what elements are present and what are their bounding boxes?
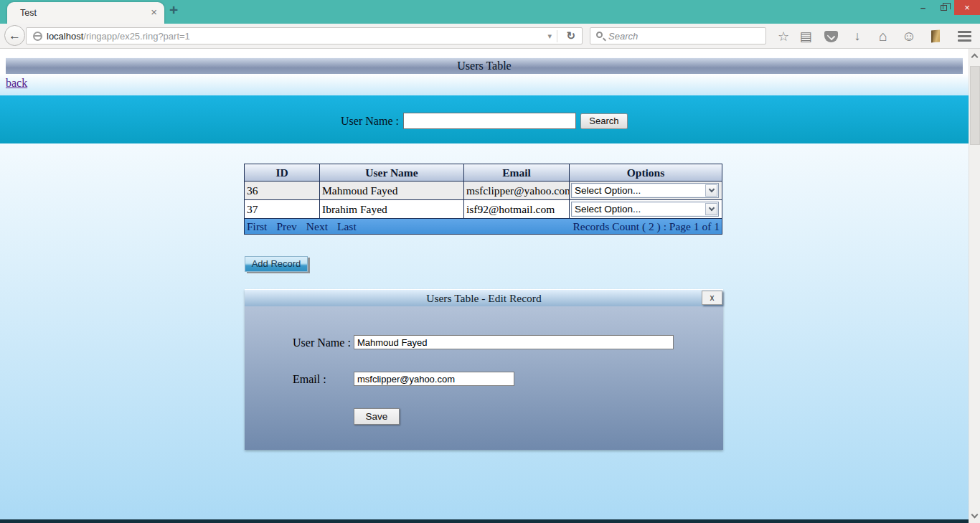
restore-button[interactable]	[933, 0, 954, 15]
cell-email: msfclipper@yahoo.com	[464, 182, 570, 200]
dialog-email-label: Email :	[293, 373, 326, 386]
hello-chat-icon[interactable]: ☺	[901, 24, 917, 49]
pagination-prev[interactable]: Prev	[276, 220, 296, 233]
page-title-bar: Users Table	[6, 57, 963, 74]
minimize-button[interactable]: –	[913, 0, 933, 15]
back-button[interactable]: ←	[4, 25, 25, 46]
column-header-options: Options	[570, 164, 722, 182]
users-table: ID User Name Email Options 36 Mahmoud Fa…	[244, 164, 722, 235]
browser-search-box[interactable]	[590, 27, 766, 44]
new-tab-button[interactable]: +	[169, 1, 178, 19]
dialog-email-input[interactable]	[354, 372, 514, 386]
tab-close-icon[interactable]: ×	[151, 6, 157, 18]
select-arrow-button[interactable]	[705, 184, 717, 197]
browser-tab-bar: Test × + – ×	[0, 0, 980, 24]
dialog-close-button[interactable]: x	[702, 291, 722, 305]
cell-user-name: Mahmoud Fayed	[320, 182, 464, 200]
dialog-user-name-input[interactable]	[354, 335, 674, 349]
edit-record-dialog: Users Table - Edit Record x User Name : …	[245, 289, 723, 450]
column-header-email: Email	[464, 164, 570, 182]
add-record-button[interactable]: Add Record	[245, 256, 308, 272]
browser-tab[interactable]: Test ×	[7, 2, 164, 24]
home-icon[interactable]: ⌂	[875, 24, 891, 49]
page-title: Users Table	[457, 60, 511, 72]
scroll-down-icon[interactable]	[971, 512, 979, 519]
cell-user-name: Ibrahim Fayed	[320, 200, 464, 219]
chevron-down-icon	[708, 205, 714, 211]
site-globe-icon	[33, 32, 42, 41]
bookmarks-list-icon[interactable]: ▤	[798, 24, 814, 49]
users-table-header: ID User Name Email Options	[245, 164, 722, 182]
back-arrow-icon: ←	[9, 29, 21, 43]
back-link-row: back	[0, 74, 969, 95]
dialog-title: Users Table - Edit Record	[426, 292, 541, 304]
downloads-icon[interactable]: ↓	[849, 24, 865, 49]
url-bar-divider	[557, 30, 557, 42]
search-button[interactable]: Search	[580, 113, 628, 129]
pocket-icon[interactable]	[823, 24, 839, 49]
vertical-scrollbar[interactable]	[969, 49, 980, 523]
options-select[interactable]: Select Option...	[571, 183, 719, 198]
close-icon: ×	[964, 2, 970, 13]
search-form-band: User Name : Search	[0, 95, 969, 143]
browser-toolbar: ← localhost/ringapp/ex25.ring?part=1 ▾ ↻…	[0, 24, 980, 49]
reload-icon[interactable]: ↻	[566, 29, 575, 42]
pagination-links: First Prev Next Last	[247, 220, 357, 233]
user-search-form: User Name : Search	[0, 113, 969, 129]
web-page: Users Table back User Name : Search ID U…	[0, 49, 969, 523]
pagination-last[interactable]: Last	[337, 220, 357, 233]
tab-title: Test	[20, 8, 37, 18]
url-host: localhost	[47, 31, 83, 42]
back-link[interactable]: back	[6, 77, 27, 90]
sidebar-book-icon[interactable]	[928, 24, 943, 49]
table-pagination-bar: First Prev Next Last Records Count ( 2 )…	[245, 219, 722, 234]
dialog-body: User Name : Email : Save	[245, 306, 723, 450]
chevron-down-icon	[708, 187, 714, 192]
select-arrow-button[interactable]	[705, 203, 717, 215]
search-icon	[596, 32, 603, 38]
dialog-title-bar: Users Table - Edit Record	[245, 289, 723, 306]
window-controls: – ×	[913, 0, 980, 15]
cell-id: 36	[245, 182, 320, 200]
page-footer-strip	[0, 519, 969, 523]
table-row: 36 Mahmoud Fayed msfclipper@yahoo.com Se…	[245, 182, 722, 200]
column-header-id: ID	[245, 164, 320, 182]
url-path: /ringapp/ex25.ring?part=1	[83, 31, 190, 42]
browser-search-input[interactable]	[608, 29, 759, 43]
records-count-summary: Records Count ( 2 ) : Page 1 of 1	[573, 220, 720, 233]
table-row: 37 Ibrahim Fayed isf92@hotmail.com Selec…	[245, 200, 722, 219]
cell-options: Select Option...	[570, 200, 722, 219]
cell-email: isf92@hotmail.com	[464, 200, 570, 219]
menu-hamburger-icon[interactable]	[956, 24, 972, 49]
options-select-value: Select Option...	[572, 184, 705, 197]
pagination-next[interactable]: Next	[306, 220, 328, 233]
options-select-value: Select Option...	[572, 202, 705, 216]
cell-id: 37	[245, 200, 320, 219]
user-name-search-input[interactable]	[403, 113, 576, 129]
save-button[interactable]: Save	[354, 408, 400, 425]
options-select[interactable]: Select Option...	[571, 202, 719, 217]
bookmark-star-icon[interactable]: ☆	[776, 24, 791, 49]
scroll-up-icon[interactable]	[971, 54, 979, 61]
minimize-icon: –	[920, 2, 925, 13]
browser-window: Test × + – × ← localhost/ringapp/ex25.ri…	[0, 0, 980, 523]
dialog-user-name-label: User Name :	[293, 336, 351, 349]
pagination-first[interactable]: First	[247, 220, 267, 233]
close-window-button[interactable]: ×	[954, 0, 980, 15]
url-bar[interactable]: localhost/ringapp/ex25.ring?part=1 ▾ ↻	[26, 27, 583, 44]
user-name-search-label: User Name :	[341, 115, 399, 128]
url-dropdown-icon[interactable]: ▾	[547, 32, 552, 41]
cell-options: Select Option...	[570, 182, 722, 200]
restore-icon	[941, 5, 947, 11]
column-header-user-name: User Name	[320, 164, 464, 182]
scrollbar-thumb[interactable]	[970, 66, 980, 145]
